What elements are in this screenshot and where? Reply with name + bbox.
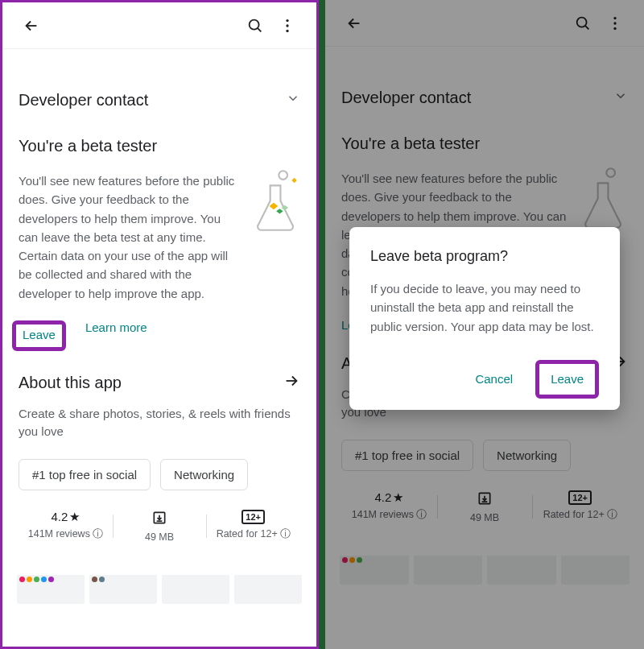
developer-contact-row[interactable]: Developer contact — [341, 89, 628, 107]
more-vert-icon[interactable] — [271, 10, 303, 42]
top-bar — [2, 2, 316, 49]
leave-button[interactable]: Leave — [23, 328, 56, 341]
stat-rating[interactable]: 4.2★ 141M reviews ⓘ — [19, 510, 113, 543]
about-label: About this app — [19, 374, 122, 392]
beta-text: You'll see new features before the publi… — [19, 172, 249, 303]
category-chips: #1 top free in social Networking — [341, 440, 628, 471]
leave-beta-dialog: Leave beta program? If you decide to lea… — [349, 227, 620, 410]
info-icon: ⓘ — [416, 508, 427, 522]
beta-title: You're a beta tester — [19, 137, 300, 155]
screenshots[interactable] — [2, 567, 316, 604]
download-icon — [151, 510, 167, 528]
beta-title: You're a beta tester — [341, 134, 628, 153]
svg-point-2 — [286, 24, 288, 27]
chip-top-free[interactable]: #1 top free in social — [341, 440, 473, 471]
leave-button-highlight: Leave — [12, 320, 66, 351]
screenshot-thumb[interactable] — [414, 548, 483, 585]
developer-contact-label: Developer contact — [341, 89, 471, 107]
dialog-title: Leave beta program? — [370, 248, 599, 265]
svg-point-3 — [286, 29, 288, 31]
back-icon[interactable] — [15, 10, 47, 42]
back-icon[interactable] — [338, 7, 370, 39]
screen-app-detail-dialog: Developer contact You're a beta tester Y… — [325, 0, 644, 649]
stats-row: 4.2★ 141M reviews ⓘ 49 MB 12+ Rated for … — [19, 510, 300, 543]
svg-point-4 — [279, 171, 287, 180]
svg-point-6 — [577, 17, 587, 27]
top-bar — [325, 0, 644, 47]
age-badge: 12+ — [242, 510, 265, 524]
flask-icon — [249, 168, 300, 239]
about-text: Create & share photos, stories, & reels … — [19, 405, 300, 441]
star-icon: ★ — [393, 490, 403, 505]
chevron-down-icon — [613, 89, 628, 107]
screenshot-thumb[interactable] — [89, 567, 157, 604]
about-row[interactable]: About this app — [19, 372, 300, 394]
leave-confirm-button[interactable]: Leave — [551, 372, 584, 386]
info-icon: ⓘ — [607, 508, 617, 522]
chip-networking[interactable]: Networking — [160, 459, 248, 490]
download-icon — [477, 490, 493, 509]
stat-rated[interactable]: 12+ Rated for 12+ ⓘ — [206, 510, 300, 543]
chevron-down-icon — [286, 91, 300, 110]
screenshots[interactable] — [325, 548, 644, 585]
svg-point-9 — [613, 27, 616, 29]
stat-rated[interactable]: 12+ Rated for 12+ ⓘ — [532, 490, 628, 523]
stat-rating[interactable]: 4.2★ 141M reviews ⓘ — [341, 490, 437, 523]
search-icon[interactable] — [239, 10, 271, 42]
chip-networking[interactable]: Networking — [483, 440, 571, 471]
screenshot-thumb[interactable] — [234, 567, 302, 604]
dialog-text: If you decide to leave, you may need to … — [370, 279, 599, 336]
screen-app-detail: Developer contact You're a beta tester Y… — [0, 0, 319, 649]
svg-point-7 — [613, 16, 616, 19]
developer-contact-label: Developer contact — [19, 91, 148, 110]
search-icon[interactable] — [567, 7, 599, 39]
age-badge: 12+ — [568, 490, 592, 505]
chip-top-free[interactable]: #1 top free in social — [19, 459, 151, 490]
screenshot-thumb[interactable] — [17, 567, 85, 604]
more-vert-icon[interactable] — [599, 7, 631, 39]
svg-point-1 — [286, 19, 288, 21]
category-chips: #1 top free in social Networking — [19, 459, 300, 490]
svg-point-0 — [250, 19, 259, 29]
info-icon: ⓘ — [93, 527, 103, 541]
svg-point-8 — [613, 22, 616, 24]
screenshot-thumb[interactable] — [162, 567, 229, 604]
stat-size[interactable]: 49 MB — [113, 510, 207, 543]
beta-actions: Leave Learn more — [19, 320, 300, 351]
arrow-right-icon — [283, 372, 300, 394]
developer-contact-row[interactable]: Developer contact — [19, 91, 300, 110]
learn-more-link[interactable]: Learn more — [85, 320, 147, 351]
screenshot-thumb[interactable] — [561, 548, 630, 585]
svg-point-10 — [606, 168, 615, 177]
star-icon: ★ — [69, 510, 80, 524]
cancel-button[interactable]: Cancel — [467, 367, 521, 391]
stat-size[interactable]: 49 MB — [437, 490, 533, 523]
info-icon: ⓘ — [280, 527, 291, 541]
screenshot-thumb[interactable] — [487, 548, 556, 585]
screenshot-thumb[interactable] — [340, 548, 409, 585]
stats-row: 4.2★ 141M reviews ⓘ 49 MB 12+ Rated for … — [341, 490, 628, 523]
flask-icon — [576, 166, 628, 237]
leave-button-highlight: Leave — [535, 360, 599, 399]
